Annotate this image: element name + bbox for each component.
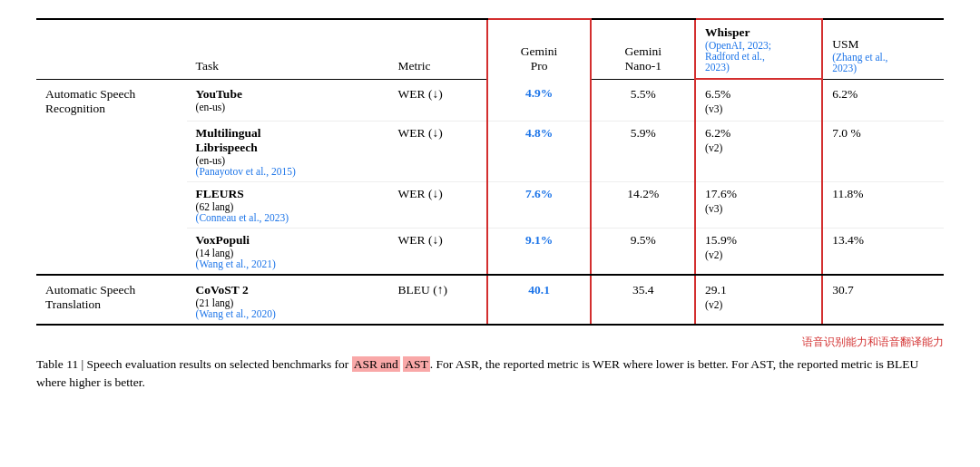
gemini-nano-val-4: 9.5% [591, 229, 695, 276]
task-cell-ast: Automatic SpeechTranslation [36, 275, 187, 325]
dataset-youtube: YouTube (en-us) [187, 79, 389, 122]
caption-text: Table 11 | Speech evaluation results on … [36, 357, 352, 371]
dataset-ref: (Conneau et al., 2023) [196, 212, 380, 223]
whisper-val-4: 15.9%(v2) [695, 229, 822, 276]
metric-wer-3: WER (↓) [389, 182, 487, 229]
col-header-whisper: Whisper (OpenAI, 2023;Radford et al.,202… [695, 19, 822, 79]
table-caption: Table 11 | Speech evaluation results on … [36, 355, 944, 393]
metric-wer-4: WER (↓) [389, 229, 487, 276]
dataset-name: MultilingualLibrispeech [196, 126, 380, 155]
dataset-ref: (Wang et al., 2021) [196, 258, 380, 269]
dataset-voxpopuli: VoxPopuli (14 lang) (Wang et al., 2021) [187, 229, 389, 276]
whisper-val-2: 6.2%(v2) [695, 122, 822, 182]
dataset-multilingual: MultilingualLibrispeech (en-us) (Panayot… [187, 122, 389, 182]
usm-label: USM [832, 37, 935, 52]
gemini-nano-val-5: 35.4 [591, 275, 695, 325]
usm-ref: (Zhang et al.,2023) [832, 52, 935, 73]
dataset-ref: (Wang et al., 2020) [196, 308, 380, 319]
caption-highlight-asr: ASR and [352, 356, 400, 372]
dataset-sub: (21 lang) [196, 297, 380, 308]
whisper-val-3: 17.6%(v3) [695, 182, 822, 229]
gemini-pro-score: 40.1 [528, 283, 550, 297]
table-row: Automatic Speech Recognition YouTube (en… [36, 79, 944, 122]
table-container: Task Metric GeminiPro GeminiNano-1 Whisp… [36, 18, 944, 326]
dataset-covost: CoVoST 2 (21 lang) (Wang et al., 2020) [187, 275, 389, 325]
gemini-pro-score: 9.1% [525, 233, 553, 247]
dataset-name: FLEURS [196, 187, 380, 201]
gemini-nano-val-1: 5.5% [591, 79, 695, 122]
task-ast-label: Automatic SpeechTranslation [45, 283, 135, 311]
dataset-sub: (en-us) [196, 102, 380, 112]
dataset-name: YouTube [196, 87, 380, 102]
usm-val-5: 30.7 [822, 275, 944, 325]
dataset-fleurs: FLEURS (62 lang) (Conneau et al., 2023) [187, 182, 389, 229]
evaluation-table: Task Metric GeminiPro GeminiNano-1 Whisp… [36, 18, 944, 326]
dataset-name: CoVoST 2 [196, 283, 380, 297]
caption-highlight-ast: AST [403, 356, 430, 372]
usm-val-1: 6.2% [822, 79, 944, 122]
metric-wer-1: WER (↓) [389, 79, 487, 122]
gemini-nano-label: GeminiNano-1 [601, 44, 685, 73]
gemini-pro-label: GeminiPro [497, 44, 582, 73]
whisper-val-5: 29.1(v2) [695, 275, 822, 325]
col-header-metric: Metric [389, 19, 487, 79]
watermark-text: 语音识别能力和语音翻译能力 [36, 335, 944, 350]
gemini-pro-score: 7.6% [525, 187, 553, 200]
metric-bleu: BLEU (↑) [389, 275, 487, 325]
dataset-sub: (62 lang) [196, 201, 380, 212]
whisper-ref: (OpenAI, 2023;Radford et al.,2023) [705, 40, 812, 73]
task-asr-label: Automatic Speech Recognition [45, 87, 135, 115]
whisper-val-1: 6.5%(v3) [695, 79, 822, 122]
gemini-pro-val-1: 4.9% [487, 79, 592, 122]
whisper-label: Whisper [705, 25, 812, 40]
usm-val-4: 13.4% [822, 229, 944, 276]
gemini-pro-val-2: 4.8% [487, 122, 592, 182]
gemini-nano-val-3: 14.2% [591, 182, 695, 229]
col-header-task: Task [187, 19, 389, 79]
dataset-ref: (Panayotov et al., 2015) [196, 166, 380, 177]
col-header-gemini-nano: GeminiNano-1 [591, 19, 695, 79]
gemini-pro-score: 4.8% [525, 126, 553, 140]
col-header-gemini-pro: GeminiPro [487, 19, 592, 79]
gemini-pro-val-3: 7.6% [487, 182, 592, 229]
dataset-name: VoxPopuli [196, 233, 380, 248]
metric-wer-2: WER (↓) [389, 122, 487, 182]
table-row: Automatic SpeechTranslation CoVoST 2 (21… [36, 275, 944, 325]
col-header-usm: USM (Zhang et al.,2023) [822, 19, 944, 79]
dataset-sub: (en-us) [196, 155, 380, 166]
gemini-nano-val-2: 5.9% [591, 122, 695, 182]
usm-val-2: 7.0 % [822, 122, 944, 182]
gemini-pro-score: 4.9% [525, 86, 553, 100]
usm-val-3: 11.8% [822, 182, 944, 229]
dataset-sub: (14 lang) [196, 248, 380, 258]
gemini-pro-val-5: 40.1 [487, 275, 592, 325]
col-header-empty [36, 19, 187, 79]
gemini-pro-val-4: 9.1% [487, 229, 592, 276]
task-cell-asr: Automatic Speech Recognition [36, 79, 187, 275]
